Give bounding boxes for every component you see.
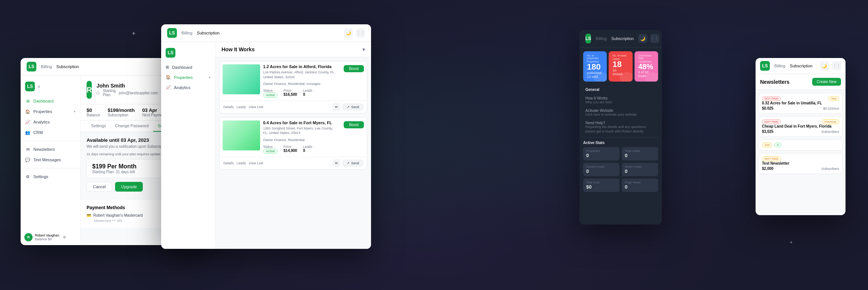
boost-button-2[interactable]: Boost [344,121,364,128]
edit-icon-2[interactable]: ✏ [333,159,340,167]
dark-subscription-tab[interactable]: Subscription [611,36,634,41]
property-2-leads-item: Leads 0 [303,145,313,154]
property-2-meta: Status Active Price $14,900 Leads 0 [263,145,338,154]
view-link-1[interactable]: View Link [249,105,263,109]
property-2-price-item: Price $14,900 [284,145,297,154]
nl-billing-tab[interactable]: Billing [774,64,785,68]
view-link-2[interactable]: View Link [249,161,263,165]
dark-billing-tab[interactable]: Billing [596,36,606,41]
subscription-tab-center[interactable]: Subscription [197,31,220,35]
center-sidebar-properties[interactable]: 🏠 Properties ▾ [161,72,215,82]
send-button-1[interactable]: ↗ Send [343,104,363,110]
tab-settings[interactable]: Settings [87,120,111,132]
sidebar-item-newsletters[interactable]: ✉ Newsletters [21,144,80,155]
center-sidebar-dashboard[interactable]: ⊞ Dashboard [161,62,215,72]
stat-card-properties: No. of properties Properties 180 publish… [583,51,607,82]
nl-item-2-price: $3,025 [762,129,774,134]
logo-center: LS [167,28,177,38]
edit-icon-1[interactable]: ✏ [333,103,340,111]
leads-card-sub: 10 [612,68,629,72]
nl-moon-icon[interactable]: 🌙 [820,61,829,70]
how-it-works-bar: How It Works ▾ [216,42,371,57]
property-2-inner: 0.4 Acres for Sale in Fort Myers, FL 136… [220,117,367,157]
center-sidebar-logo-icon: LS [166,48,175,58]
upgrade-button[interactable]: Upgrade [115,182,143,192]
sidebar-item-settings[interactable]: ⚙ Settings [21,171,80,182]
nl-header-nav: Billing Subscription [774,64,813,68]
sidebar-item-analytics[interactable]: 📈 Analytics [21,117,80,127]
active-stats-grid: Properties 0 Total Leads 0 Closed Leads … [579,147,662,192]
nl-item-1-title: 0.32 Acres for Sale in Umatilla, FL [762,101,839,105]
sidebar-item-crm[interactable]: 👥 CRM [21,127,80,138]
text-messages-icon: 💬 [25,157,30,162]
sidebar-item-dashboard[interactable]: ⊞ Dashboard [21,96,80,106]
create-new-button[interactable]: Create New [812,78,841,86]
billing-tab-center[interactable]: Billing [181,31,192,35]
property-2-actions: Details Leads View Link ✏ ↗ Send [220,157,367,169]
subscription-tab-left[interactable]: Subscription [56,64,79,69]
details-link-1[interactable]: Details [223,105,234,109]
sidebar-item-text-messages[interactable]: 💬 Text Messages [21,155,80,165]
center-moon-icon[interactable]: 🌙 [344,28,353,37]
dark-header: LS Billing Subscription 🌙 ⋮⋮ [579,30,662,48]
dark-grid-icon[interactable]: ⋮⋮ [650,34,659,43]
text-messages-label: Text Messages [33,158,61,162]
property-2-price: $14,900 [284,149,297,153]
details-link-2[interactable]: Details [223,161,234,165]
leads-link-2[interactable]: Leads [237,161,246,165]
nl-badges-row: 100 0 [762,143,839,147]
property-1-meta: Status Active Price $16,500 Leads 0 [263,89,338,98]
sparkle-1: ✦ [131,30,136,37]
property-2-action-btns: ✏ ↗ Send [333,159,363,167]
leads-card-sub-label: No. of leads [612,54,629,57]
stat-page-views-cell: Page Views 0 [622,178,658,192]
center-grid-icon[interactable]: ⋮⋮ [356,28,365,37]
newsletters-label: Newsletters [33,147,55,152]
billing-tab-left[interactable]: Billing [41,64,52,69]
status-badge-2: Active [263,149,278,154]
dashboard-label: Dashboard [33,99,54,103]
dark-nav-help[interactable]: Need Help? Regarding the details and any… [582,119,660,136]
stat-closed-leads-cell: Closed Leads 0 [583,163,620,176]
send-button-2[interactable]: ↗ Send [343,160,363,167]
left-header-nav: Billing Subscription [41,64,79,69]
dark-header-icons: 🌙 ⋮⋮ [638,34,659,43]
stat-subscription: $199/month Subscription [108,107,135,117]
dark-nav-activate[interactable]: Activate Website Click here to activate … [582,106,660,119]
nl-badge-test: Test [828,96,839,101]
cancel-button[interactable]: Cancel [87,182,112,192]
dark-nav-general[interactable]: General [582,85,660,94]
nl-item-2-sub: Subscribers [821,130,839,134]
nl-header-icons: 🌙 ⋮⋮ [820,61,841,70]
dark-moon-icon[interactable]: 🌙 [638,34,647,43]
stat-properties-cell: Properties 0 [583,147,620,161]
how-it-works-chevron[interactable]: ▾ [362,46,365,52]
boost-button-1[interactable]: Boost [344,65,364,72]
dashboard-icon: ⊞ [25,98,30,104]
price-label-2: Price [284,145,297,149]
leads-label-2: Leads [303,145,313,149]
user-settings-icon[interactable]: ⚙ [63,235,66,239]
nl-badge-not-paid-text: NOT PAID [762,156,781,161]
nl-item-badges: 100 0 [759,139,843,151]
nl-item-2: NOT PAID Premium Cheap Land Deal in Fort… [759,116,843,137]
leads-link-1[interactable]: Leads [237,105,246,109]
how-it-works-title: How It Works [221,46,254,52]
blue-card-deco [594,72,607,82]
sidebar-logo-text: ≡ [38,85,40,89]
property-1-leads: 0 [303,92,313,97]
center-header-icons: 🌙 ⋮⋮ [344,28,365,37]
nl-item-1-price: $0.025 [762,106,774,110]
pink-card-deco [645,72,658,82]
nl-grid-icon[interactable]: ⋮⋮ [832,61,841,70]
profile-avatar: R [87,81,92,99]
sidebar-item-properties[interactable]: 🏠 Properties ▾ [21,106,80,117]
nl-win-header: LS Billing Subscription 🌙 ⋮⋮ [756,58,846,74]
center-sidebar-analytics[interactable]: 📈 Analytics [161,82,215,92]
tab-change-password[interactable]: Change Password [111,120,153,132]
left-sidebar: LS ≡ ⊞ Dashboard 🏠 Properties ▾ 📈 Analyt… [21,76,81,245]
nl-subscription-tab[interactable]: Subscription [790,64,813,68]
dark-nav-how-it-works[interactable]: How It Works Why you are here [582,94,660,106]
sidebar-divider-2 [21,168,80,168]
property-1-title: 1.2 Acres for Sale in Alford, Florida [263,64,338,69]
